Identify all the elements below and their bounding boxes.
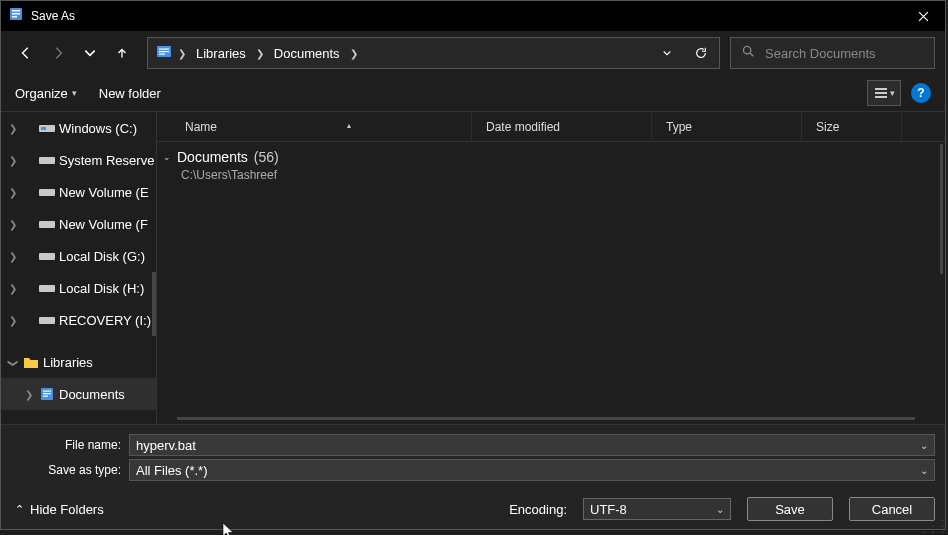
group-header[interactable]: ⌄ Documents (56): [157, 146, 945, 168]
chevron-right-icon[interactable]: ❯: [256, 48, 264, 59]
breadcrumb-libraries[interactable]: Libraries: [192, 46, 250, 61]
file-name-input[interactable]: [136, 438, 920, 453]
drive-icon: [39, 250, 55, 262]
column-header-type[interactable]: Type: [652, 112, 802, 141]
chevron-right-icon[interactable]: ❯: [178, 48, 186, 59]
view-options-button[interactable]: ▾: [867, 80, 901, 106]
search-input[interactable]: [765, 46, 933, 61]
app-icon: [9, 7, 23, 25]
svg-rect-16: [39, 221, 55, 228]
location-icon: [156, 44, 172, 62]
group-name: Documents: [177, 149, 248, 165]
sidebar-scrollbar[interactable]: [152, 272, 156, 336]
chevron-down-icon[interactable]: ⌄: [716, 504, 724, 515]
drive-icon: [39, 314, 55, 326]
save-as-type-select[interactable]: All Files (*.*) ⌄: [129, 459, 935, 481]
svg-rect-1: [12, 10, 20, 12]
address-bar[interactable]: ❯ Libraries ❯ Documents ❯: [147, 37, 720, 69]
svg-rect-5: [159, 49, 169, 50]
sidebar-item-libraries[interactable]: ❯ Libraries: [1, 346, 156, 378]
svg-rect-13: [41, 127, 46, 130]
column-header-label: Date modified: [486, 120, 560, 134]
save-as-type-label: Save as type:: [11, 463, 129, 477]
chevron-right-icon[interactable]: ❯: [7, 187, 19, 198]
breadcrumb-documents[interactable]: Documents: [270, 46, 344, 61]
column-header-label: Type: [666, 120, 692, 134]
search-icon: [741, 44, 755, 62]
file-name-field[interactable]: ⌄: [129, 434, 935, 456]
sidebar-item-windows-c[interactable]: ❯ Windows (C:): [1, 112, 156, 144]
forward-button[interactable]: [43, 38, 73, 68]
sidebar[interactable]: ❯ Windows (C:) ❯ System Reserve ❯ New Vo…: [1, 112, 157, 424]
svg-rect-6: [159, 51, 169, 52]
sidebar-item-local-disk-h[interactable]: ❯ Local Disk (H:): [1, 272, 156, 304]
sidebar-item-label: Documents: [59, 387, 125, 402]
save-button[interactable]: Save: [747, 497, 833, 521]
save-as-dialog: Save As ❯ Libraries ❯ Documents ❯: [0, 0, 946, 530]
column-header-label: Name: [185, 120, 217, 134]
chevron-right-icon[interactable]: ❯: [7, 283, 19, 294]
refresh-button[interactable]: [687, 39, 715, 67]
sort-indicator-icon: ▴: [347, 121, 351, 130]
close-button[interactable]: [901, 1, 945, 31]
chevron-down-icon[interactable]: ⌄: [920, 440, 928, 451]
svg-rect-22: [43, 393, 51, 394]
address-dropdown-button[interactable]: [653, 39, 681, 67]
save-as-type-value: All Files (*.*): [136, 463, 208, 478]
sidebar-item-label: New Volume (F: [59, 217, 148, 232]
group-count: (56): [254, 149, 279, 165]
new-folder-label: New folder: [99, 86, 161, 101]
up-button[interactable]: [107, 38, 137, 68]
chevron-right-icon[interactable]: ❯: [350, 48, 358, 59]
libraries-icon: [23, 355, 39, 369]
sidebar-item-documents[interactable]: ❯ Documents: [1, 378, 156, 410]
chevron-right-icon[interactable]: ❯: [7, 251, 19, 262]
file-list[interactable]: ⌄ Documents (56) C:\Users\Tashreef: [157, 142, 945, 424]
titlebar-left: Save As: [9, 7, 75, 25]
svg-rect-11: [875, 96, 887, 98]
svg-rect-14: [39, 157, 55, 164]
chevron-right-icon[interactable]: ❯: [7, 315, 19, 326]
navbar: ❯ Libraries ❯ Documents ❯: [1, 31, 945, 75]
sidebar-item-local-disk-g[interactable]: ❯ Local Disk (G:): [1, 240, 156, 272]
svg-rect-2: [12, 13, 20, 15]
column-header-name[interactable]: Name ▴: [157, 112, 472, 141]
chevron-down-icon: ▾: [890, 88, 895, 98]
svg-rect-15: [39, 189, 55, 196]
search-box[interactable]: [730, 37, 935, 69]
main-horizontal-scrollbar[interactable]: [177, 417, 915, 420]
main-area: Name ▴ Date modified Type Size ⌄ Documen…: [157, 112, 945, 424]
chevron-down-icon[interactable]: ⌄: [920, 465, 928, 476]
drive-icon: [39, 122, 55, 134]
main-vertical-scrollbar[interactable]: [940, 144, 943, 274]
drive-icon: [39, 282, 55, 294]
sidebar-item-label: Windows (C:): [59, 121, 137, 136]
help-button[interactable]: ?: [911, 83, 931, 103]
sidebar-item-label: RECOVERY (I:): [59, 313, 151, 328]
documents-icon: [39, 387, 55, 401]
sidebar-item-new-volume-e[interactable]: ❯ New Volume (E: [1, 176, 156, 208]
back-button[interactable]: [11, 38, 41, 68]
sidebar-item-label: Libraries: [43, 355, 93, 370]
hide-folders-button[interactable]: ⌃ Hide Folders: [11, 502, 104, 517]
recent-locations-button[interactable]: [75, 38, 105, 68]
group-path: C:\Users\Tashreef: [157, 168, 945, 186]
chevron-right-icon[interactable]: ❯: [23, 389, 35, 400]
chevron-right-icon[interactable]: ❯: [7, 219, 19, 230]
chevron-right-icon[interactable]: ❯: [7, 155, 19, 166]
chevron-right-icon[interactable]: ❯: [7, 123, 19, 134]
column-header-size[interactable]: Size: [802, 112, 902, 141]
chevron-down-icon[interactable]: ⌄: [163, 152, 171, 162]
resize-grip-icon[interactable]: .. .. . .: [922, 515, 946, 533]
sidebar-item-system-reserved[interactable]: ❯ System Reserve: [1, 144, 156, 176]
column-header-date[interactable]: Date modified: [472, 112, 652, 141]
organize-button[interactable]: Organize ▾: [15, 86, 77, 101]
encoding-select[interactable]: UTF-8 ⌄: [583, 498, 731, 520]
titlebar: Save As: [1, 1, 945, 31]
svg-rect-19: [39, 317, 55, 324]
sidebar-item-recovery-i[interactable]: ❯ RECOVERY (I:): [1, 304, 156, 336]
sidebar-item-new-volume-f[interactable]: ❯ New Volume (F: [1, 208, 156, 240]
column-headers: Name ▴ Date modified Type Size: [157, 112, 945, 142]
new-folder-button[interactable]: New folder: [99, 86, 161, 101]
chevron-down-icon[interactable]: ❯: [8, 356, 19, 368]
